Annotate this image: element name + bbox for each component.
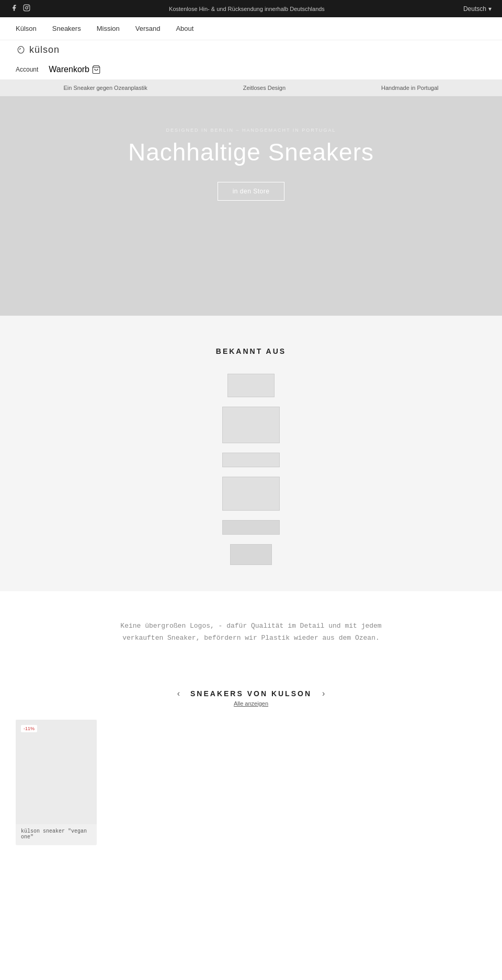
account-bar: Account Warenkorb bbox=[0, 62, 502, 79]
nav-link-mission[interactable]: Mission bbox=[97, 25, 120, 32]
product-name: külson sneaker "vegan one" bbox=[16, 824, 97, 845]
carousel-prev-button[interactable]: ‹ bbox=[177, 689, 180, 698]
press-logo-2 bbox=[222, 407, 280, 443]
feature-item-1: Ein Sneaker gegen Ozeanplastik bbox=[63, 85, 147, 91]
language-selector[interactable]: Deutsch ▾ bbox=[463, 5, 492, 13]
feature-bar: Ein Sneaker gegen Ozeanplastik Zeitloses… bbox=[0, 79, 502, 96]
alle-anzeigen-link[interactable]: Alle anzeigen bbox=[16, 700, 486, 707]
cart-icon bbox=[92, 65, 101, 74]
press-logo-4 bbox=[222, 477, 280, 511]
announcement-bar: Kostenlose Hin- & und Rücksendung innerh… bbox=[0, 0, 502, 17]
nav-link-versand[interactable]: Versand bbox=[135, 25, 161, 32]
bekannt-logos bbox=[16, 374, 486, 565]
hero-cta-button[interactable]: in den Store bbox=[218, 182, 285, 201]
announcement-text: Kostenlose Hin- & und Rücksendung innerh… bbox=[169, 6, 325, 12]
chevron-down-icon: ▾ bbox=[488, 5, 492, 13]
sneakers-section: ‹ SNEAKERS VON KULSON › Alle anzeigen -1… bbox=[0, 673, 502, 866]
social-icons bbox=[10, 4, 30, 13]
instagram-icon[interactable] bbox=[23, 4, 30, 13]
nav-link-kulson[interactable]: Külson bbox=[16, 25, 37, 32]
hero-title: Nachhaltige Sneakers bbox=[128, 138, 374, 166]
quote-text: Keine übergroßen Logos, - dafür Qualität… bbox=[63, 620, 439, 644]
product-image bbox=[16, 720, 97, 824]
main-navigation: Külson Sneakers Mission Versand About bbox=[0, 17, 502, 40]
svg-point-1 bbox=[26, 7, 28, 9]
hero-subtitle: DESIGNED IN BERLIN – HANDGEMACHT IN PORT… bbox=[166, 128, 336, 133]
logo-bar: külson bbox=[0, 40, 502, 62]
carousel-next-button[interactable]: › bbox=[322, 689, 325, 698]
quote-section: Keine übergroßen Logos, - dafür Qualität… bbox=[0, 591, 502, 673]
bekannt-title: BEKANNT AUS bbox=[216, 347, 286, 355]
press-logo-1 bbox=[227, 374, 275, 397]
logo-icon bbox=[16, 45, 26, 55]
press-logo-3 bbox=[222, 453, 280, 467]
site-logo[interactable]: külson bbox=[16, 44, 60, 55]
feature-item-3: Handmade in Portugal bbox=[381, 85, 438, 91]
sneakers-header: ‹ SNEAKERS VON KULSON › bbox=[16, 689, 486, 698]
account-link[interactable]: Account bbox=[16, 66, 38, 73]
svg-point-2 bbox=[28, 6, 29, 7]
nav-link-sneakers[interactable]: Sneakers bbox=[52, 25, 81, 32]
product-card[interactable]: -11% külson sneaker "vegan one" bbox=[16, 720, 97, 845]
cart-link[interactable]: Warenkorb bbox=[49, 65, 101, 74]
bekannt-section: BEKANNT AUS bbox=[0, 316, 502, 591]
facebook-icon[interactable] bbox=[10, 4, 18, 13]
discount-badge: -11% bbox=[21, 725, 37, 732]
hero-section: DESIGNED IN BERLIN – HANDGEMACHT IN PORT… bbox=[0, 96, 502, 316]
nav-link-about[interactable]: About bbox=[176, 25, 193, 32]
press-logo-5 bbox=[222, 520, 280, 535]
sneakers-section-title: SNEAKERS VON KULSON bbox=[190, 689, 312, 698]
feature-item-2: Zeitloses Design bbox=[243, 85, 286, 91]
svg-rect-0 bbox=[24, 5, 30, 11]
press-logo-6 bbox=[230, 544, 272, 565]
